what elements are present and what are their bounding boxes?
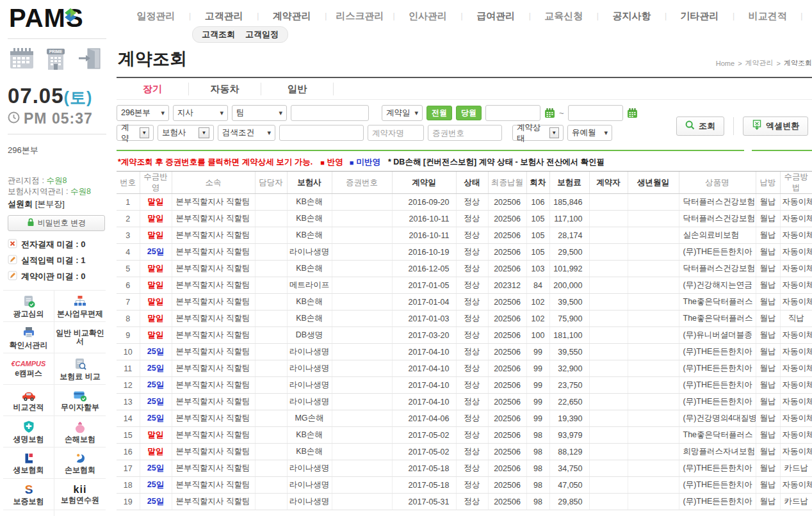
table-row[interactable]: 5말일본부직할지사 직할팀KB손해2016-12-05정상20250610310… <box>117 261 812 277</box>
name-input[interactable] <box>291 105 369 121</box>
table-row[interactable]: 1725일본부직할지사 직할팀라이나생명2017-05-18정상20250698… <box>117 460 812 477</box>
cell-policy-no[interactable] <box>332 211 392 227</box>
table-row[interactable]: 9말일본부직할지사 직할팀DB생명2017-03-20정상20250610018… <box>117 327 812 344</box>
table-row[interactable]: 1325일본부직할지사 직할팀라이나생명2017-04-10정상20250699… <box>117 394 812 410</box>
prev-month-button[interactable]: 전월 <box>426 106 452 120</box>
cell-manager <box>255 494 287 510</box>
nav-risk[interactable]: 리스크관리 <box>327 10 393 22</box>
keyword-input[interactable] <box>279 125 364 141</box>
table-row[interactable]: 6말일본부직할지사 직할팀메트라이프2017-01-05정상2023128420… <box>117 277 812 294</box>
table-row[interactable]: 1말일본부직할지사 직할팀KB손해2016-09-20정상20250610618… <box>117 194 812 211</box>
cell-policy-no[interactable] <box>332 494 392 510</box>
policy-number-input[interactable] <box>428 125 502 141</box>
branch-select[interactable]: 지사▾ <box>173 105 228 121</box>
calendar-picker-icon[interactable] <box>627 108 638 118</box>
cell-policy-no[interactable] <box>332 277 392 294</box>
cell-policy-no[interactable] <box>332 194 392 211</box>
table-row[interactable]: 1925일본부직할지사 직할팀라이나생명2017-05-31정상20250698… <box>117 494 812 510</box>
calendar-picker-icon[interactable] <box>544 108 555 118</box>
cell-policy-no[interactable] <box>332 394 392 410</box>
nav-quote[interactable]: 비교견적 <box>735 10 800 22</box>
cell-policy-no[interactable] <box>332 244 392 261</box>
link-kii[interactable]: kii 보험연수원 <box>54 479 106 510</box>
nav-etc[interactable]: 기타관리 <box>667 10 733 22</box>
link-hq-org[interactable]: 본사업무편제 <box>54 291 106 322</box>
link-life-insurance[interactable]: 생명보험 <box>3 416 54 447</box>
cell-policy-no[interactable] <box>332 477 392 494</box>
link-green-book[interactable] <box>54 510 106 516</box>
table-row[interactable]: 1125일본부직할지사 직할팀라이나생명2017-04-10정상20250699… <box>117 360 812 377</box>
cell-product: 희망플러스자녀보험 <box>679 444 756 460</box>
nav-payroll[interactable]: 급여관리 <box>463 10 529 22</box>
table-row[interactable]: 16말일본부직할지사 직할팀KB손해2017-05-02정상2025069888… <box>117 444 812 460</box>
link-interest-free[interactable]: 무이자할부 <box>54 385 106 416</box>
cell-policy-no[interactable] <box>332 377 392 394</box>
contract-select[interactable]: 계약▼ <box>117 125 154 141</box>
link-general-insurance[interactable]: 손해보험 <box>54 416 106 447</box>
contract-status-select[interactable]: 계약상태▼ <box>512 125 564 141</box>
link-general-compare-cert[interactable]: 일반 비교확인서 <box>54 322 106 353</box>
table-row[interactable]: 1025일본부직할지사 직할팀라이나생명2017-04-10정상20250699… <box>117 344 812 360</box>
date-from-input[interactable] <box>485 105 540 121</box>
team-select[interactable]: 팀▾ <box>232 105 287 121</box>
table-row[interactable]: 3말일본부직할지사 직할팀KB손해2016-10-11정상20250610528… <box>117 227 812 244</box>
link-sgi[interactable]: S 보증보험 <box>3 479 54 510</box>
nav-notice[interactable]: 공지사항 <box>599 10 665 22</box>
cell-policy-no[interactable] <box>332 360 392 377</box>
calendar-icon[interactable] <box>9 47 35 72</box>
table-row[interactable]: 1225일본부직할지사 직할팀라이나생명2017-04-10정상20250699… <box>117 377 812 394</box>
pending-approval[interactable]: 전자결재 미결 : 0 <box>8 239 117 250</box>
table-row[interactable]: 15말일본부직할지사 직할팀KB손해2017-05-02정상2025069893… <box>117 427 812 444</box>
cell-policy-no[interactable] <box>332 444 392 460</box>
table-row[interactable]: 1425일본부직할지사 직할팀MG손해2017-04-06정상202506991… <box>117 410 812 427</box>
tab-auto[interactable]: 자동차 <box>189 83 261 95</box>
link-klia[interactable]: 생보협회 <box>3 447 54 479</box>
cell-policy-no[interactable] <box>332 410 392 427</box>
link-certificate-mgmt[interactable]: 확인서관리 <box>3 322 54 353</box>
link-prime-asset[interactable]: PRIMEASSET <box>3 510 54 516</box>
search-button[interactable]: 조회 <box>676 117 724 136</box>
grace-month-select[interactable]: 유예월▾ <box>567 125 612 141</box>
logout-door-icon[interactable] <box>77 47 102 72</box>
tab-longterm[interactable]: 장기 <box>117 83 189 95</box>
cell-policy-no[interactable] <box>332 294 392 310</box>
cell-policy-no[interactable] <box>332 460 392 477</box>
nav-schedule[interactable]: 일정관리 <box>123 10 189 22</box>
table-row[interactable]: 7말일본부직할지사 직할팀KB손해2017-01-04정상20250610239… <box>117 294 812 310</box>
org-select[interactable]: 296본부▾ <box>117 105 169 121</box>
date-to-input[interactable] <box>568 105 623 121</box>
pams-logo[interactable]: PAMS <box>9 4 84 32</box>
table-row[interactable]: 1825일본부직할지사 직할팀라이나생명2017-05-18정상20250698… <box>117 477 812 494</box>
excel-export-button[interactable]: 엑셀변환 <box>743 117 808 136</box>
date-type-select[interactable]: 계약일▾ <box>382 105 423 121</box>
breadcrumb-home[interactable]: Home <box>716 60 735 67</box>
cell-policy-no[interactable] <box>332 261 392 277</box>
cell-policy-no[interactable] <box>332 327 392 344</box>
tab-general[interactable]: 일반 <box>261 83 334 95</box>
contractor-name-input[interactable] <box>368 125 424 141</box>
link-ecampus[interactable]: €CAMPUS e캠퍼스 <box>3 353 54 385</box>
nav-hr[interactable]: 인사관리 <box>395 10 461 22</box>
breadcrumb-contract-mgmt[interactable]: 계약관리 <box>745 58 774 68</box>
condition-select[interactable]: 검색조건▾ <box>218 125 275 141</box>
table-row[interactable]: 8말일본부직할지사 직할팀KB손해2017-01-03정상20250610275… <box>117 310 812 327</box>
link-compare-quote[interactable]: 비교견적 <box>3 385 54 416</box>
change-password-button[interactable]: 비밀번호 변경 <box>8 215 105 231</box>
cell-policy-no[interactable] <box>332 427 392 444</box>
link-ad-review[interactable]: 광고심의 <box>3 291 54 322</box>
cell-policy-no[interactable] <box>332 310 392 327</box>
table-row[interactable]: 2말일본부직할지사 직할팀KB손해2016-10-11정상20250610511… <box>117 211 812 227</box>
prime-building-icon[interactable]: PRIME <box>43 47 69 72</box>
link-premium-compare[interactable]: 보험료 비교 <box>54 353 106 385</box>
link-knia[interactable]: 손보협회 <box>54 447 106 479</box>
cell-policy-no[interactable] <box>332 344 392 360</box>
cell-policy-no[interactable] <box>332 227 392 244</box>
nav-education[interactable]: 교육신청 <box>531 10 597 22</box>
nav-contract[interactable]: 계약관리 <box>259 10 325 22</box>
pending-transfer[interactable]: 계약이관 미결 : 0 <box>8 271 117 282</box>
pending-performance[interactable]: 실적입력 미결 : 1 <box>8 255 117 266</box>
current-month-button[interactable]: 당월 <box>456 106 482 120</box>
nav-customer[interactable]: 고객관리 <box>191 10 257 22</box>
table-row[interactable]: 425일본부직할지사 직할팀라이나생명2016-10-19정상202506105… <box>117 244 812 261</box>
insurer-select[interactable]: 보험사▼ <box>158 125 214 141</box>
